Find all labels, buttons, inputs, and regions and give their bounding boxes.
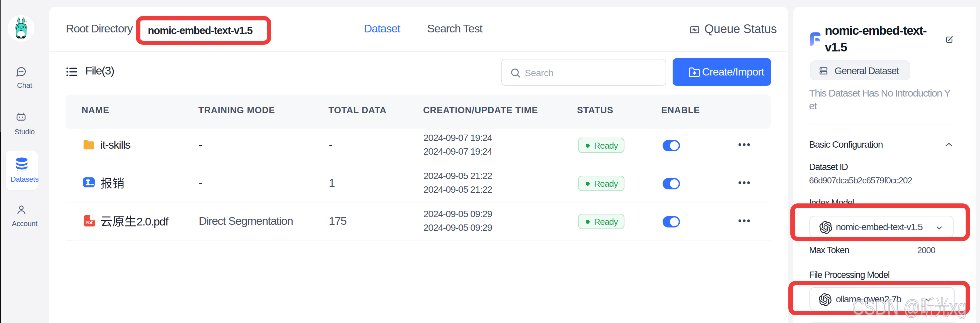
svg-text:PDF: PDF: [86, 221, 93, 225]
